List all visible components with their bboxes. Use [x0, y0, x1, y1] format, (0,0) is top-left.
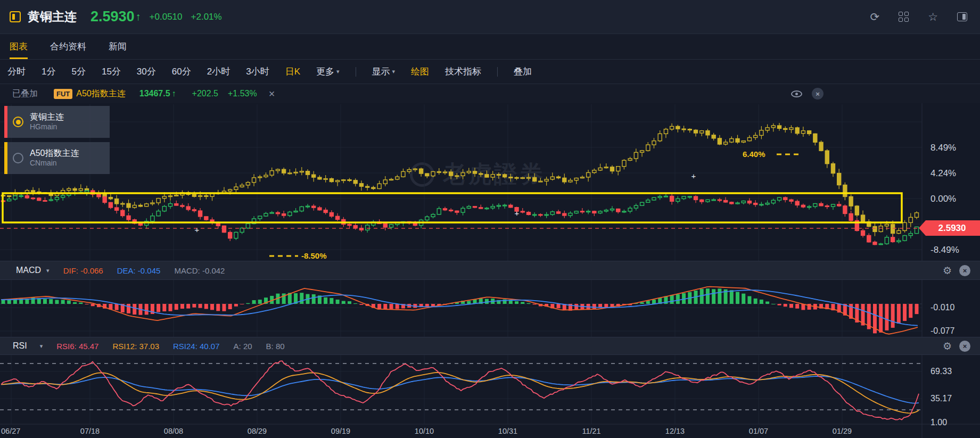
date-label: 11/21 — [582, 427, 600, 435]
macd-panel-header: MACD ▾ DIF: -0.066 DEA: -0.045 MACD: -0.… — [0, 261, 980, 280]
close-panel-icon[interactable]: × — [959, 265, 970, 276]
date-label: 08/08 — [164, 427, 183, 435]
gear-icon[interactable]: ⚙ — [943, 266, 952, 276]
toolbar-item[interactable]: 分时 — [7, 65, 26, 78]
side-panel-icon[interactable] — [957, 12, 967, 21]
rsi-axis-label: 35.17 — [930, 394, 952, 403]
rsi-band-a: A: 20 — [234, 342, 252, 351]
date-label: 06/27 — [1, 427, 20, 435]
timeframe-toolbar: 分时1分5分15分30分60分2小时3小时日K更多▾显示▾绘图技术指标叠加 — [0, 60, 980, 84]
radio-unselected-icon[interactable] — [13, 153, 23, 163]
page-title: 黄铜主连 — [28, 9, 77, 25]
overlay-change: +202.5 — [192, 89, 218, 98]
toolbar-item[interactable]: 15分 — [102, 65, 121, 78]
up-arrow-icon: ↑ — [136, 11, 141, 23]
anchor-plus-icon: + — [195, 225, 200, 234]
toolbar-item[interactable]: 绘图 — [411, 65, 429, 78]
overlay-bar: 已叠加 FUT A50指数主连 13467.5 ↑ +202.5 +1.53% … — [0, 84, 980, 103]
current-price-tag: 2.5930 — [919, 220, 980, 236]
close-circle-icon[interactable]: × — [812, 88, 823, 100]
axis-label: -8.49% — [930, 245, 959, 255]
remove-overlay-icon[interactable]: × — [269, 88, 275, 99]
date-label: 01/07 — [749, 427, 768, 435]
macd-indicator-selector[interactable]: MACD — [16, 266, 41, 275]
close-panel-icon[interactable]: × — [959, 341, 970, 352]
dif-value: DIF: -0.066 — [63, 266, 103, 275]
overlay-change-percent: +1.53% — [228, 89, 257, 98]
tab-item[interactable]: 图表 — [10, 34, 28, 59]
fut-badge: FUT — [54, 89, 72, 99]
time-axis: 06/2707/1808/0808/2909/1910/1010/3111/21… — [0, 425, 980, 438]
date-label: 10/31 — [498, 427, 517, 435]
rsi6-value: RSI6: 45.47 — [56, 342, 98, 351]
macd-axis-label: -0.010 — [930, 303, 954, 312]
toolbar-item[interactable]: 技术指标 — [445, 65, 481, 78]
date-label: 07/18 — [80, 427, 100, 435]
toolbar-item[interactable]: 5分 — [71, 65, 85, 78]
toolbar-separator — [497, 67, 498, 77]
measure-low-label[interactable]: -8.50% — [301, 251, 327, 260]
tab-item[interactable]: 新闻 — [109, 34, 127, 59]
overlay-candles-series — [2, 123, 919, 237]
last-price: 2.5930 — [90, 9, 135, 25]
overlay-symbol-name[interactable]: A50指数主连 — [76, 88, 125, 100]
legend-item-main[interactable]: 黄铜主连 HGmain — [4, 106, 110, 138]
tab-item[interactable]: 合约资料 — [50, 34, 86, 59]
axis-label: 8.49% — [930, 143, 956, 153]
radio-selected-icon[interactable] — [13, 117, 23, 127]
axis-label: 4.24% — [930, 168, 956, 179]
legend-color-strip — [4, 106, 7, 138]
favorite-star-icon[interactable]: ☆ — [928, 11, 938, 22]
legend-item-overlay[interactable]: A50指数主连 CNmain — [4, 142, 110, 174]
price-change-percent: +2.01% — [191, 12, 222, 22]
toolbar-item[interactable]: 日K — [285, 65, 300, 78]
macd-value: MACD: -0.042 — [174, 266, 225, 275]
toolbar-item[interactable]: 3小时 — [246, 65, 269, 78]
overlay-price: 13467.5 — [139, 89, 170, 98]
visibility-eye-icon[interactable] — [791, 90, 802, 97]
toolbar-item[interactable]: 叠加 — [514, 65, 532, 78]
rsi-panel-header: RSI ▾ RSI6: 45.47 RSI12: 37.03 RSI24: 40… — [0, 337, 980, 355]
title-bar: 黄铜主连 2.5930 ↑ +0.0510 +2.01% ⟳ ☆ — [0, 0, 980, 34]
overlay-up-arrow-icon: ↑ — [172, 89, 176, 98]
main-candles-series — [2, 189, 919, 245]
toolbar-item[interactable]: 30分 — [137, 65, 156, 78]
toolbar-item[interactable]: 2小时 — [207, 65, 230, 78]
rsi12-value: RSI12: 37.03 — [112, 342, 159, 351]
date-label: 10/10 — [415, 427, 434, 435]
rsi-indicator-selector[interactable]: RSI — [13, 341, 27, 351]
measure-high-label[interactable]: 6.40% — [743, 150, 765, 159]
date-label: 12/13 — [665, 427, 685, 435]
date-label: 09/19 — [331, 427, 350, 435]
rectangle-drawing[interactable] — [3, 193, 902, 222]
overlaid-label: 已叠加 — [12, 88, 38, 100]
toolbar-item[interactable]: 更多▾ — [316, 65, 340, 78]
chevron-down-icon[interactable]: ▾ — [40, 343, 43, 350]
toolbar-separator — [356, 67, 356, 77]
rsi-band-b: B: 80 — [266, 342, 285, 351]
rsi-plot — [0, 361, 922, 420]
toolbar-item[interactable]: 显示▾ — [372, 65, 396, 78]
macd-axis-label: -0.077 — [930, 326, 954, 336]
layout-grid-icon[interactable] — [899, 12, 909, 22]
toolbar-item[interactable]: 1分 — [42, 65, 55, 78]
dea-value: DEA: -0.045 — [117, 266, 161, 275]
legend-color-strip — [4, 142, 7, 174]
symbol-candle-icon — [10, 11, 21, 22]
chevron-down-icon[interactable]: ▾ — [46, 267, 50, 274]
rsi-axis-label: 69.33 — [930, 367, 952, 376]
macd-plot — [1, 287, 919, 334]
anchor-plus-icon: + — [515, 209, 520, 218]
date-label: 01/29 — [833, 427, 852, 435]
price-change: +0.0510 — [150, 12, 183, 22]
trading-app-window: 黄铜主连 2.5930 ↑ +0.0510 +2.01% ⟳ ☆ 图表合约资料新… — [0, 0, 980, 438]
anchor-plus-icon: + — [691, 171, 696, 180]
tabs-row: 图表合约资料新闻 — [0, 34, 980, 60]
date-label: 08/29 — [248, 427, 267, 435]
refresh-icon[interactable]: ⟳ — [870, 11, 880, 22]
gear-icon[interactable]: ⚙ — [943, 341, 952, 351]
axis-label: 0.00% — [930, 194, 956, 204]
toolbar-item[interactable]: 60分 — [172, 65, 191, 78]
rsi24-value: RSI24: 40.07 — [173, 342, 220, 351]
